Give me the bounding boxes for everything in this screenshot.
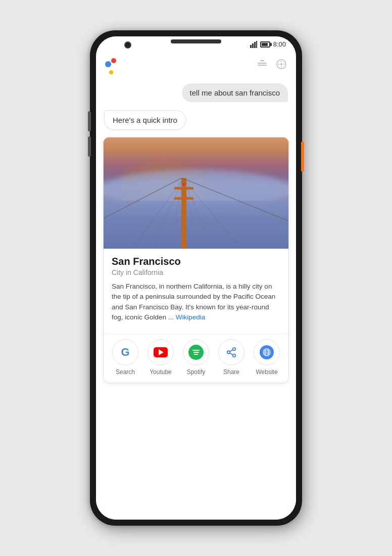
- card-image: [104, 137, 288, 249]
- time-display: 8:00: [273, 40, 286, 48]
- svg-line-10: [182, 178, 288, 221]
- assistant-header: [96, 50, 296, 77]
- spotify-btn-label: Spotify: [187, 368, 206, 376]
- website-btn-circle: [254, 339, 280, 365]
- search-btn-circle: G: [112, 339, 138, 365]
- battery-icon: [260, 41, 270, 48]
- website-action-button[interactable]: Website: [254, 339, 280, 376]
- volume-down-button[interactable]: [88, 136, 91, 157]
- svg-line-15: [132, 179, 183, 249]
- spotify-bar-2: [193, 352, 199, 353]
- svg-marker-0: [250, 45, 252, 48]
- share-btn-circle: [218, 339, 244, 365]
- globe-svg: [263, 348, 271, 356]
- svg-point-8: [280, 63, 282, 65]
- search-action-button[interactable]: G Search: [112, 339, 138, 376]
- svg-rect-4: [258, 63, 267, 64]
- svg-rect-5: [258, 65, 267, 66]
- share-btn-label: Share: [223, 368, 239, 376]
- phone-screen: 8:00: [96, 36, 296, 520]
- youtube-play-triangle: [159, 349, 164, 355]
- google-g-icon: G: [121, 346, 129, 359]
- svg-line-20: [230, 350, 233, 352]
- spotify-action-button[interactable]: Spotify: [183, 339, 209, 376]
- website-btn-label: Website: [256, 368, 277, 376]
- assistant-message-text: Here's a quick intro: [104, 110, 186, 130]
- info-card: San Francisco City in California San Fra…: [103, 137, 289, 383]
- city-description: San Francisco, in northern California, i…: [112, 282, 280, 322]
- city-name: San Francisco: [112, 256, 280, 267]
- camera: [124, 41, 131, 49]
- svg-line-14: [183, 179, 199, 249]
- card-content: San Francisco City in California San Fra…: [104, 249, 288, 334]
- youtube-btn-label: Youtube: [150, 368, 172, 376]
- city-subtitle: City in California: [112, 268, 280, 276]
- google-assistant-logo: [105, 54, 116, 74]
- svg-marker-1: [252, 43, 254, 48]
- status-icons: 8:00: [250, 40, 286, 48]
- youtube-action-button[interactable]: Youtube: [148, 339, 174, 376]
- svg-line-21: [230, 353, 233, 355]
- signal-icon: [250, 41, 257, 48]
- chat-area: tell me about san francisco Here's a qui…: [96, 77, 296, 520]
- spotify-icon: [188, 345, 204, 360]
- youtube-icon: [154, 347, 168, 357]
- dot-yellow: [109, 70, 113, 74]
- dot-red: [111, 58, 116, 63]
- wikipedia-link[interactable]: Wikipedia: [176, 313, 206, 321]
- sparkle-icon[interactable]: [257, 59, 268, 70]
- compass-icon[interactable]: [276, 59, 287, 70]
- power-button[interactable]: [301, 142, 304, 172]
- website-icon: [260, 345, 274, 359]
- spotify-btn-circle: [183, 339, 209, 365]
- spotify-bars: [192, 350, 200, 355]
- phone-device: 8:00: [90, 30, 302, 526]
- user-message-bubble: tell me about san francisco: [96, 81, 296, 104]
- svg-line-11: [151, 179, 183, 249]
- bridge-cables-svg: [104, 137, 288, 249]
- spotify-bar-3: [194, 354, 198, 355]
- share-icon: [226, 347, 237, 358]
- share-action-button[interactable]: Share: [218, 339, 244, 376]
- user-message-text: tell me about san francisco: [182, 83, 288, 102]
- svg-marker-2: [254, 42, 256, 48]
- svg-line-16: [183, 179, 241, 249]
- youtube-btn-circle: [148, 339, 174, 365]
- search-btn-label: Search: [116, 368, 135, 376]
- header-icons: [257, 59, 287, 70]
- dot-blue: [105, 61, 111, 67]
- svg-line-9: [104, 178, 182, 218]
- assistant-message-bubble: Here's a quick intro: [96, 108, 296, 132]
- action-buttons-row: G Search Youtube: [104, 334, 288, 383]
- svg-rect-6: [260, 60, 264, 61]
- spotify-bar-1: [192, 350, 200, 351]
- volume-up-button[interactable]: [88, 111, 91, 131]
- svg-marker-3: [256, 41, 257, 48]
- svg-line-13: [170, 179, 183, 249]
- svg-line-12: [183, 179, 213, 249]
